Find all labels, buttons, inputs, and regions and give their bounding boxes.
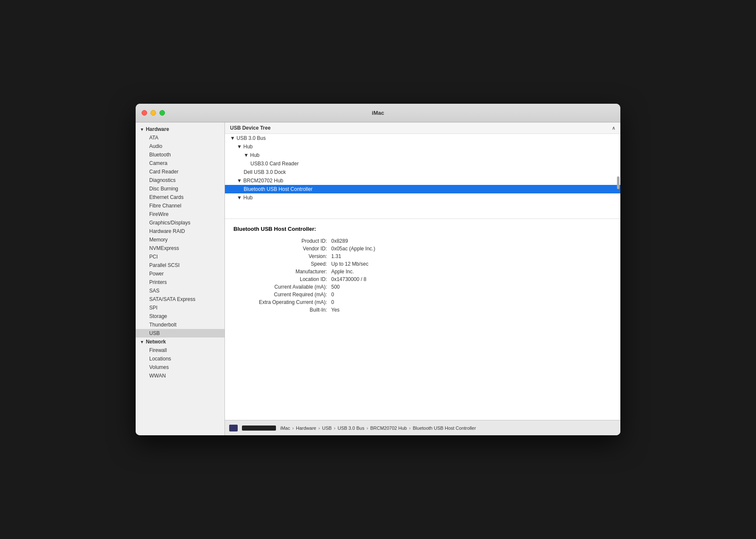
detail-row-speed: Speed: Up to 12 Mb/sec [233, 261, 612, 267]
detail-label-product-id: Product ID: [233, 238, 331, 244]
tree-arrow-hub1: ▼ [237, 144, 243, 150]
sidebar-item-firewire[interactable]: FireWire [136, 210, 225, 218]
sidebar-item-camera[interactable]: Camera [136, 159, 225, 167]
detail-area: Bluetooth USB Host Controller: Product I… [225, 219, 620, 420]
breadcrumb-brcm-hub: BRCM20702 Hub [370, 426, 407, 431]
sidebar-item-graphics-displays[interactable]: Graphics/Displays [136, 218, 225, 227]
breadcrumb-usb: USB [322, 426, 332, 431]
detail-row-vendor-id: Vendor ID: 0x05ac (Apple Inc.) [233, 246, 612, 252]
detail-row-product-id: Product ID: 0x8289 [233, 238, 612, 244]
detail-value-location-id: 0x14730000 / 8 [331, 276, 367, 282]
sidebar-item-bluetooth[interactable]: Bluetooth [136, 150, 225, 159]
detail-row-current-available: Current Available (mA): 500 [233, 284, 612, 290]
sidebar-section-label-network: Network [146, 339, 166, 345]
sidebar-item-spi[interactable]: SPI [136, 304, 225, 312]
titlebar: iMac [136, 104, 620, 122]
sidebar-item-storage[interactable]: Storage [136, 312, 225, 321]
sidebar-item-usb[interactable]: USB [136, 329, 225, 338]
tree-arrow-hub2: ▼ [244, 152, 250, 158]
detail-value-current-required: 0 [331, 292, 334, 298]
sidebar-item-locations[interactable]: Locations [136, 355, 225, 363]
status-bar: iMac › Hardware › USB › USB 3.0 Bus › BR… [225, 420, 620, 435]
detail-label-speed: Speed: [233, 261, 331, 267]
sidebar-item-wwan[interactable]: WWAN [136, 372, 225, 380]
tree-header: USB Device Tree ∧ [225, 122, 620, 134]
sidebar-item-nvmexpress[interactable]: NVMExpress [136, 244, 225, 252]
tree-item-bluetooth-controller[interactable]: Bluetooth USB Host Controller [225, 185, 620, 193]
sep1: › [292, 426, 295, 431]
detail-value-current-available: 500 [331, 284, 340, 290]
sidebar-item-fibre-channel[interactable]: Fibre Channel [136, 201, 225, 210]
tree-arrow-usb30bus: ▼ [230, 135, 236, 141]
sidebar-item-ata[interactable]: ATA [136, 133, 225, 142]
detail-table: Product ID: 0x8289 Vendor ID: 0x05ac (Ap… [233, 238, 612, 313]
sep5: › [409, 426, 412, 431]
sidebar-item-thunderbolt[interactable]: Thunderbolt [136, 321, 225, 329]
arrow-icon: ▼ [140, 127, 144, 132]
sidebar-section-label-hardware: Hardware [146, 126, 169, 132]
sidebar-item-pci[interactable]: PCI [136, 252, 225, 261]
sidebar-section-network[interactable]: ▼ Network [136, 338, 225, 346]
right-panel: USB Device Tree ∧ ▼ USB 3.0 Bus ▼ Hub ▼ … [225, 122, 620, 435]
sep3: › [334, 426, 337, 431]
tree-arrow-hub3: ▼ [237, 195, 243, 201]
detail-label-builtin: Built-In: [233, 307, 331, 313]
detail-value-manufacturer: Apple Inc. [331, 269, 354, 275]
sidebar-item-volumes[interactable]: Volumes [136, 363, 225, 372]
detail-value-version: 1.31 [331, 253, 341, 259]
breadcrumb: iMac › Hardware › USB › USB 3.0 Bus › BR… [280, 426, 476, 431]
tree-item-usb30cardreader[interactable]: USB3.0 Card Reader [225, 159, 620, 168]
detail-label-current-required: Current Required (mA): [233, 292, 331, 298]
main-content: ▼ Hardware ATA Audio Bluetooth Camera Ca… [136, 122, 620, 435]
breadcrumb-hardware: Hardware [296, 426, 316, 431]
detail-label-extra-current: Extra Operating Current (mA): [233, 299, 331, 305]
tree-item-hub1[interactable]: ▼ Hub [225, 142, 620, 151]
sep4: › [367, 426, 369, 431]
sidebar-item-diagnostics[interactable]: Diagnostics [136, 176, 225, 184]
sidebar-item-power[interactable]: Power [136, 270, 225, 278]
breadcrumb-usb30bus: USB 3.0 Bus [338, 426, 364, 431]
close-button[interactable] [142, 110, 147, 116]
tree-item-hub3[interactable]: ▼ Hub [225, 193, 620, 202]
tree-area[interactable]: ▼ USB 3.0 Bus ▼ Hub ▼ Hub USB3.0 Card Re… [225, 134, 620, 219]
detail-value-extra-current: 0 [331, 299, 334, 305]
redacted-text [242, 426, 276, 431]
detail-row-location-id: Location ID: 0x14730000 / 8 [233, 276, 612, 282]
fullscreen-button[interactable] [159, 110, 165, 116]
detail-label-location-id: Location ID: [233, 276, 331, 282]
sidebar-item-card-reader[interactable]: Card Reader [136, 167, 225, 176]
detail-label-vendor-id: Vendor ID: [233, 246, 331, 252]
sidebar-item-printers[interactable]: Printers [136, 278, 225, 287]
sidebar-item-memory[interactable]: Memory [136, 235, 225, 244]
window-title: iMac [372, 110, 384, 116]
sidebar-item-audio[interactable]: Audio [136, 142, 225, 150]
tree-header-label: USB Device Tree [230, 125, 270, 131]
minimize-button[interactable] [151, 110, 156, 116]
app-window: iMac ▼ Hardware ATA Audio Bluetooth Came… [136, 104, 620, 435]
detail-value-builtin: Yes [331, 307, 340, 313]
detail-row-builtin: Built-In: Yes [233, 307, 612, 313]
sidebar-item-disc-burning[interactable]: Disc Burning [136, 184, 225, 193]
tree-item-brcm-hub[interactable]: ▼ BRCM20702 Hub [225, 176, 620, 185]
sidebar-item-hardware-raid[interactable]: Hardware RAID [136, 227, 225, 235]
tree-item-hub2[interactable]: ▼ Hub [225, 151, 620, 159]
breadcrumb-imac: iMac [280, 426, 290, 431]
arrow-icon-network: ▼ [140, 340, 144, 344]
sidebar-item-sata[interactable]: SATA/SATA Express [136, 295, 225, 304]
tree-item-dell-dock[interactable]: Dell USB 3.0 Dock [225, 168, 620, 176]
sidebar-item-sas[interactable]: SAS [136, 287, 225, 295]
sidebar-item-ethernet-cards[interactable]: Ethernet Cards [136, 193, 225, 201]
detail-label-current-available: Current Available (mA): [233, 284, 331, 290]
sep2: › [318, 426, 321, 431]
sidebar-section-hardware[interactable]: ▼ Hardware [136, 125, 225, 133]
breadcrumb-bt-controller: Bluetooth USB Host Controller [413, 426, 476, 431]
detail-row-extra-current: Extra Operating Current (mA): 0 [233, 299, 612, 305]
detail-row-version: Version: 1.31 [233, 253, 612, 259]
sidebar: ▼ Hardware ATA Audio Bluetooth Camera Ca… [136, 122, 225, 435]
sidebar-item-firewall[interactable]: Firewall [136, 346, 225, 355]
detail-value-speed: Up to 12 Mb/sec [331, 261, 368, 267]
sidebar-item-parallel-scsi[interactable]: Parallel SCSI [136, 261, 225, 270]
collapse-icon[interactable]: ∧ [612, 125, 615, 131]
detail-value-product-id: 0x8289 [331, 238, 348, 244]
tree-item-usb30bus[interactable]: ▼ USB 3.0 Bus [225, 134, 620, 142]
